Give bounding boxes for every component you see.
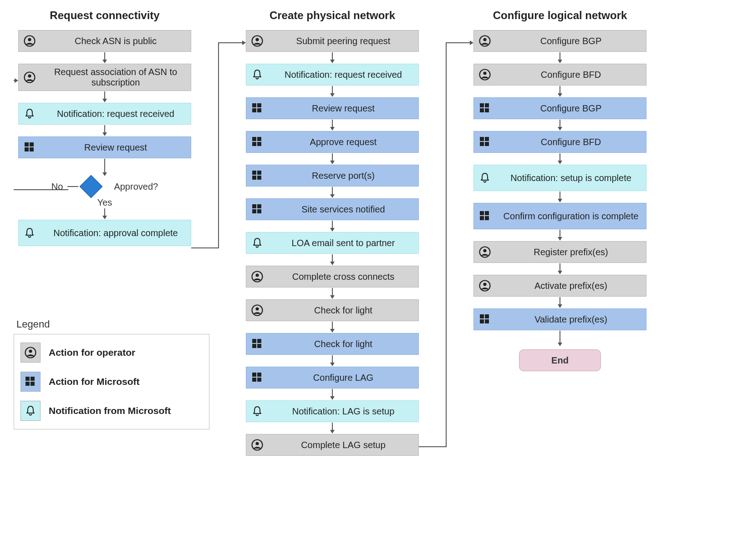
column-create-physical-network: Create physical network Submit peering r…	[241, 9, 423, 456]
step-label: Complete LAG setup	[268, 440, 418, 450]
step-label: Configure BGP	[496, 103, 646, 114]
step-activate-prefixes: Activate prefix(es)	[473, 275, 646, 297]
arrow-down-icon	[557, 119, 563, 131]
step-approve-request: Approve request	[246, 131, 419, 153]
arrow-down-icon	[557, 52, 563, 64]
legend-box: Action for operator Action for Microsoft…	[14, 334, 209, 429]
step-site-services: Site services notified	[246, 198, 419, 220]
step-label: Submit peering request	[268, 36, 418, 46]
person-circle-icon	[19, 35, 41, 47]
step-complete-cross-connects: Complete cross connects	[246, 266, 419, 288]
windows-icon	[474, 136, 496, 148]
column-configure-logical-network: Configure logical network Configure BGP …	[469, 9, 651, 371]
windows-icon	[246, 102, 268, 114]
legend: Legend Action for operator Action for Mi…	[14, 318, 209, 429]
legend-row-notification: Notification from Microsoft	[20, 401, 203, 421]
svg-marker-9	[102, 172, 107, 176]
arrow-down-icon	[330, 288, 335, 299]
decision-approved: No Approved?	[51, 178, 158, 195]
column-title: Create physical network	[270, 9, 395, 22]
arrow-down-icon	[330, 422, 335, 434]
bell-icon	[474, 172, 496, 184]
step-request-association: Request association of ASN to subscripti…	[18, 64, 191, 91]
step-reserve-ports: Reserve port(s)	[246, 165, 419, 187]
column-request-connectivity: Request connectivity Check ASN is public…	[14, 9, 196, 246]
step-label: Configure BGP	[496, 36, 646, 46]
person-circle-icon	[246, 271, 268, 283]
flow-diagram: Request connectivity Check ASN is public…	[14, 9, 739, 456]
arrow-down-icon	[557, 191, 563, 203]
step-label: Site services notified	[268, 204, 418, 215]
decision-no-label: No	[51, 182, 63, 192]
arrow-down-icon	[330, 220, 335, 232]
step-label: Validate prefix(es)	[496, 314, 646, 325]
windows-icon	[474, 102, 496, 114]
arrow-down-icon	[102, 158, 107, 177]
legend-label: Notification from Microsoft	[49, 405, 171, 416]
person-circle-icon	[474, 35, 496, 47]
windows-icon	[474, 313, 496, 325]
arrow-down-icon	[330, 321, 335, 333]
step-configure-bgp-ms: Configure BGP	[473, 97, 646, 119]
step-notification-received-2: Notification: request received	[246, 64, 419, 86]
step-label: Confirm configuration is complete	[496, 211, 646, 222]
arrow-down-icon	[330, 254, 335, 266]
step-review-request: Review request	[18, 136, 191, 158]
step-setup-complete-notif: Notification: setup is complete	[473, 165, 646, 191]
bell-icon	[20, 401, 41, 421]
arrow-down-icon	[102, 125, 107, 136]
person-circle-icon	[246, 35, 268, 47]
step-submit-peering: Submit peering request	[246, 30, 419, 52]
step-label: Notification: request received	[268, 70, 418, 80]
windows-icon	[19, 141, 41, 153]
legend-label: Action for operator	[49, 347, 135, 358]
step-label: Review request	[268, 103, 418, 114]
step-label: Configure LAG	[268, 373, 418, 383]
arrow-down-icon	[102, 52, 107, 64]
legend-label: Action for Microsoft	[49, 376, 140, 387]
legend-row-microsoft: Action for Microsoft	[20, 372, 203, 392]
step-check-asn: Check ASN is public	[18, 30, 191, 52]
step-label: Check for light	[268, 339, 418, 349]
step-check-light-operator: Check for light	[246, 299, 419, 321]
step-complete-lag: Complete LAG setup	[246, 434, 419, 456]
windows-icon	[246, 338, 268, 350]
windows-icon	[246, 170, 268, 182]
legend-title: Legend	[14, 318, 209, 330]
person-circle-icon	[474, 280, 496, 292]
step-label: Review request	[41, 142, 191, 153]
windows-icon	[20, 372, 41, 392]
step-label: Check ASN is public	[41, 36, 191, 46]
decision-diamond-icon	[80, 175, 103, 198]
legend-row-operator: Action for operator	[20, 343, 203, 363]
svg-marker-11	[558, 343, 562, 346]
step-configure-bfd-op: Configure BFD	[473, 64, 646, 86]
arrow-down-icon	[330, 52, 335, 64]
step-label: Complete cross connects	[268, 272, 418, 282]
bell-icon	[246, 405, 268, 417]
arrow-down-icon	[557, 86, 563, 97]
person-circle-icon	[19, 71, 41, 83]
step-validate-prefixes: Validate prefix(es)	[473, 308, 646, 330]
arrow-down-icon	[330, 388, 335, 400]
step-label: Notification: setup is complete	[496, 173, 646, 183]
step-label: LOA email sent to partner	[268, 238, 418, 248]
arrow-down-icon	[102, 91, 107, 103]
bell-icon	[246, 69, 268, 81]
step-label: Activate prefix(es)	[496, 281, 646, 291]
step-check-light-ms: Check for light	[246, 333, 419, 355]
arrow-down-icon	[330, 187, 335, 198]
arrow-down-icon	[557, 229, 563, 241]
end-terminator: End	[519, 349, 601, 371]
step-confirm-config: Confirm configuration is complete	[473, 203, 646, 229]
step-label: Approve request	[268, 137, 418, 147]
step-approval-complete: Notification: approval complete	[18, 220, 191, 246]
arrow-down-icon	[102, 208, 107, 220]
step-register-prefixes: Register prefix(es)	[473, 241, 646, 263]
windows-icon	[246, 203, 268, 215]
decision-question: Approved?	[114, 182, 158, 192]
person-circle-icon	[474, 246, 496, 258]
step-label: Configure BFD	[496, 70, 646, 80]
step-label: Request association of ASN to subscripti…	[41, 67, 191, 88]
column-title: Configure logical network	[493, 9, 627, 22]
